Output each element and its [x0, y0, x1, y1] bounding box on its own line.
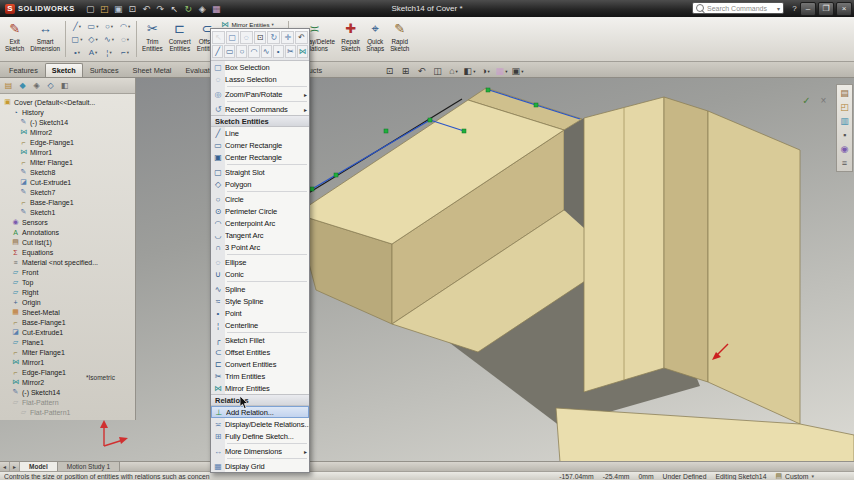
menu-item-corner-rectangle[interactable]: ▭Corner Rectangle: [211, 139, 309, 151]
tree-item-material-not-specified[interactable]: ≡Material <not specified...: [0, 257, 135, 267]
confirm-sketch-icon[interactable]: ✓: [800, 94, 813, 107]
tree-item-mirror1[interactable]: ⋈Mirror1: [0, 147, 135, 157]
menu-item-lasso-selection[interactable]: ◌Lasso Selection: [211, 73, 309, 85]
ellipse-tool-button[interactable]: ◌▾: [117, 33, 133, 46]
menu-item-more-dimensions[interactable]: ↔More Dimensions▸: [211, 445, 309, 457]
menu-item-display-grid[interactable]: ▦Display Grid: [211, 460, 309, 472]
part-face-bottom-flange[interactable]: [556, 408, 854, 462]
design-library-icon[interactable]: ▤: [837, 88, 852, 98]
maximize-button[interactable]: ❐: [818, 2, 834, 16]
construction-tool-button[interactable]: ⌐▾: [117, 46, 133, 59]
configuration-selector[interactable]: ▤ Custom ▾: [775, 472, 814, 480]
zoom-fit-icon[interactable]: ⊡: [382, 64, 397, 78]
point-tool-button[interactable]: •▾: [69, 46, 85, 59]
menu-item-tangent-arc[interactable]: ◡Tangent Arc: [211, 229, 309, 241]
part-face-far-right[interactable]: [708, 111, 800, 424]
propertymanager-icon[interactable]: ◆: [17, 81, 28, 90]
appearance-icon[interactable]: ▦: [210, 2, 223, 15]
menu-item-centerpoint-arc[interactable]: ◠Centerpoint Arc: [211, 217, 309, 229]
menu-item-circle[interactable]: ○Circle: [211, 193, 309, 205]
menu-item-center-rectangle[interactable]: ▣Center Rectangle: [211, 151, 309, 163]
tree-item-origin[interactable]: +Origin: [0, 297, 135, 307]
tree-item-front[interactable]: ▱Front: [0, 267, 135, 277]
displaymanager-icon[interactable]: ◧: [59, 81, 70, 90]
tree-item-cut-extrude1[interactable]: ◪Cut-Extrude1: [0, 327, 135, 337]
quick-snaps-button[interactable]: ⌖ QuickSnaps: [363, 18, 387, 60]
menu-item-line[interactable]: ╱Line: [211, 127, 309, 139]
exit-sketch-button[interactable]: ✎ ExitSketch: [2, 18, 27, 60]
help-icon[interactable]: ?: [789, 3, 800, 14]
rotate-icon[interactable]: ↻: [267, 31, 280, 44]
file-explorer-icon[interactable]: ◰: [837, 102, 852, 112]
options-icon[interactable]: ◈: [196, 2, 209, 15]
rebuild-icon[interactable]: ↻: [182, 2, 195, 15]
corner-rectangle-icon[interactable]: ▭: [224, 45, 235, 58]
slot-tool-button[interactable]: ▢▾: [69, 33, 85, 46]
previous-view-icon[interactable]: ↶: [295, 31, 308, 44]
trim-entities-button[interactable]: ✂ TrimEntities: [139, 18, 166, 60]
mirror-icon[interactable]: ⋈: [297, 45, 308, 58]
menu-item-straight-slot[interactable]: ▢Straight Slot: [211, 166, 309, 178]
menu-item-polygon[interactable]: ◇Polygon: [211, 178, 309, 190]
rapid-sketch-button[interactable]: ✎ RapidSketch: [387, 18, 412, 60]
tree-item-equations[interactable]: ΣEquations: [0, 247, 135, 257]
tree-item-sketch14[interactable]: ✎(-) Sketch14: [0, 117, 135, 127]
menu-item-recent-commands[interactable]: ↺Recent Commands▸: [211, 103, 309, 115]
spline-icon[interactable]: ∿: [261, 45, 272, 58]
tree-item-annotations[interactable]: AAnnotations: [0, 227, 135, 237]
line-tool-button[interactable]: ╱▾: [69, 20, 85, 33]
menu-item-centerline[interactable]: ¦Centerline: [211, 319, 309, 331]
point-icon[interactable]: •: [273, 45, 284, 58]
menu-item-mirror-entities[interactable]: ⋈Mirror Entities: [211, 382, 309, 394]
tree-item-base-flange1[interactable]: ⌐Base-Flange1: [0, 197, 135, 207]
tab-sheet-metal[interactable]: Sheet Metal: [126, 63, 179, 77]
previous-view-icon[interactable]: ↶: [414, 64, 429, 78]
menu-item-conic[interactable]: ∪Conic: [211, 268, 309, 280]
display-style-icon[interactable]: ◧▾: [462, 64, 477, 78]
tree-item-top[interactable]: ▱Top: [0, 277, 135, 287]
pan-icon[interactable]: ✛: [281, 31, 294, 44]
menu-item-convert-entities[interactable]: ⊏Convert Entities: [211, 358, 309, 370]
menu-item-style-spline[interactable]: ≈Style Spline: [211, 295, 309, 307]
tree-item-mirror1[interactable]: ⋈Mirror1: [0, 357, 135, 367]
tree-item-miter-flange1[interactable]: ⌐Miter Flange1: [0, 347, 135, 357]
trim-icon[interactable]: ✂: [285, 45, 296, 58]
custom-properties-icon[interactable]: ≡: [837, 158, 852, 168]
view-orientation-icon[interactable]: ⌂▾: [446, 64, 461, 78]
search-commands-box[interactable]: Search Commands ▾: [692, 2, 784, 14]
menu-item-add-relation[interactable]: ⊥Add Relation...: [211, 406, 309, 418]
menu-item-perimeter-circle[interactable]: ⊙Perimeter Circle: [211, 205, 309, 217]
tree-item-cover-default-default[interactable]: ▣Cover (Default<<Default...: [0, 97, 135, 107]
circle-tool-button[interactable]: ○▾: [101, 20, 117, 33]
hide-show-icon[interactable]: ◑▾: [478, 64, 493, 78]
tree-item-flat-pattern1[interactable]: ▱Flat-Pattern1: [0, 407, 135, 417]
tree-item-sketch1[interactable]: ✎Sketch1: [0, 207, 135, 217]
spline-tool-button[interactable]: ∿▾: [101, 33, 117, 46]
menu-item-trim-entities[interactable]: ✂Trim Entities: [211, 370, 309, 382]
select-icon[interactable]: ↖: [168, 2, 181, 15]
tree-item-sheet-metal[interactable]: ▦Sheet-Metal: [0, 307, 135, 317]
centerpoint-arc-icon[interactable]: ◠: [248, 45, 259, 58]
menu-item-3-point-arc[interactable]: ∩3 Point Arc: [211, 241, 309, 253]
dimxpert-icon[interactable]: ◇: [45, 81, 56, 90]
menu-item-sketch-fillet[interactable]: ╭Sketch Fillet: [211, 334, 309, 346]
tree-item-history[interactable]: ◔History: [0, 107, 135, 117]
tree-item-flat-pattern[interactable]: ▱Flat-Pattern: [0, 397, 135, 407]
centerpoint-arc-tool-button[interactable]: ◠▾: [117, 20, 133, 33]
open-icon[interactable]: ◰: [98, 2, 111, 15]
text-tool-button[interactable]: A▾: [85, 46, 101, 59]
smart-dimension-button[interactable]: ↔ SmartDimension: [27, 18, 63, 60]
tab-features[interactable]: Features: [2, 63, 45, 77]
menu-item-zoom-pan-rotate[interactable]: ◎Zoom/Pan/Rotate▸: [211, 88, 309, 100]
zoom-fit-icon[interactable]: ⊡: [254, 31, 267, 44]
tree-item-mirror2[interactable]: ⋈Mirror2: [0, 127, 135, 137]
configuration-icon[interactable]: ◈: [31, 81, 42, 90]
zoom-area-icon[interactable]: ⊞: [398, 64, 413, 78]
lasso-icon[interactable]: ◌: [240, 31, 253, 44]
appearances-icon[interactable]: ▪: [837, 130, 852, 140]
print-icon[interactable]: ⊡: [126, 2, 139, 15]
close-button[interactable]: ×: [836, 2, 852, 16]
save-icon[interactable]: ▣: [112, 2, 125, 15]
menu-item-fully-define-sketch[interactable]: ⊞Fully Define Sketch...: [211, 430, 309, 442]
select-icon[interactable]: ↖: [212, 31, 225, 44]
